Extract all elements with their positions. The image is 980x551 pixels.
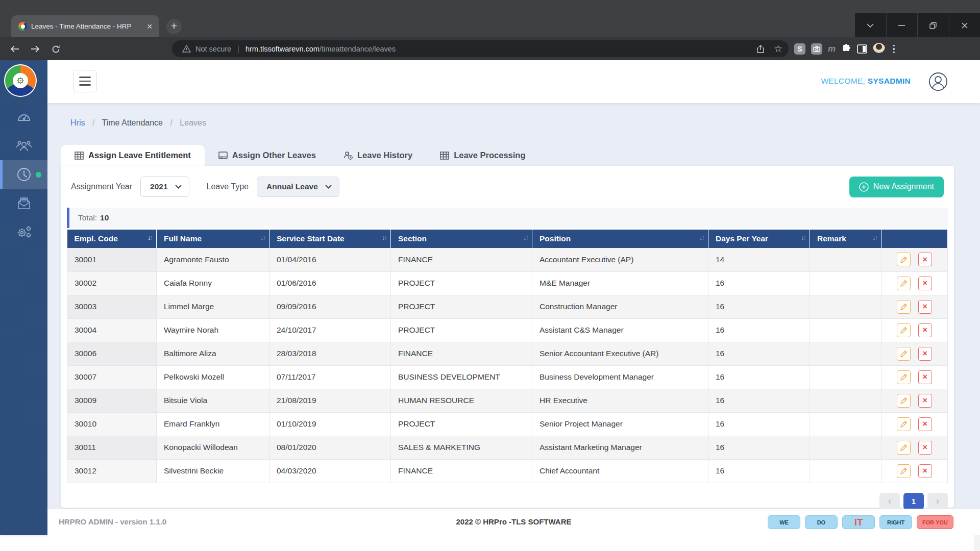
restore-icon[interactable] xyxy=(917,13,949,37)
hamburger-menu-button[interactable] xyxy=(73,70,97,92)
delete-button[interactable]: × xyxy=(918,394,932,408)
edit-button[interactable] xyxy=(897,464,911,478)
x-icon: × xyxy=(922,396,927,405)
browser-profile-avatar[interactable] xyxy=(873,43,885,55)
breadcrumb-hris[interactable]: Hris xyxy=(70,118,85,127)
table-row[interactable]: 30009 Bitsuie Viola 21/08/2019 HUMAN RES… xyxy=(67,389,948,412)
tab-assign-leave-entitlement[interactable]: Assign Leave Entitlement xyxy=(61,145,205,166)
edit-button[interactable] xyxy=(897,300,911,314)
delete-button[interactable]: × xyxy=(918,300,932,314)
table-row[interactable]: 30011 Konopacki Willodean 08/01/2020 SAL… xyxy=(67,436,948,459)
col-empl-code[interactable]: Empl. Code↓↑ xyxy=(67,230,157,248)
col-full-name[interactable]: Full Name↓↑ xyxy=(157,230,270,248)
table-row[interactable]: 30002 Caiafa Ronny 01/06/2016 PROJECT M&… xyxy=(67,271,948,295)
cell-section: PROJECT xyxy=(391,295,532,318)
sort-icon[interactable]: ↓↑ xyxy=(523,234,528,241)
col-days-per-year[interactable]: Days Per Year↓↑ xyxy=(708,230,810,248)
breadcrumb-time-attendance[interactable]: Time Attendance xyxy=(102,118,163,127)
sidebar-item-dashboard[interactable] xyxy=(0,103,47,132)
sort-icon[interactable]: ↓↑ xyxy=(801,234,805,241)
table-row[interactable]: 30001 Agramonte Fausto 01/04/2016 FINANC… xyxy=(67,248,948,271)
delete-button[interactable]: × xyxy=(918,441,932,455)
sidebar-item-employees[interactable] xyxy=(0,132,47,160)
table-row[interactable]: 30007 Pelkowski Mozell 07/11/2017 BUSINE… xyxy=(67,365,948,389)
tab-assign-other-leaves[interactable]: Assign Other Leaves xyxy=(205,145,330,166)
leave-type-select[interactable]: Annual Leave xyxy=(257,177,339,197)
delete-button[interactable]: × xyxy=(918,253,932,266)
cell-full-name: Konopacki Willodean xyxy=(157,436,270,459)
new-tab-button[interactable]: + xyxy=(166,19,182,34)
sort-icon[interactable]: ↓↑ xyxy=(382,234,386,241)
cell-service-start-date: 01/06/2016 xyxy=(270,271,391,295)
edit-button[interactable] xyxy=(897,417,911,431)
sort-icon[interactable]: ↓↑ xyxy=(148,234,152,241)
col-remark[interactable]: Remark↓↑ xyxy=(810,230,881,248)
col-position[interactable]: Position↓↑ xyxy=(532,230,708,248)
sort-icon[interactable]: ↓↑ xyxy=(260,234,265,241)
col-service-start-date[interactable]: Service Start Date↓↑ xyxy=(270,230,391,248)
col-section[interactable]: Section↓↑ xyxy=(391,230,532,248)
delete-button[interactable]: × xyxy=(918,370,932,384)
cell-days-per-year: 16 xyxy=(708,318,810,342)
cell-section: PROJECT xyxy=(391,318,532,342)
edit-button[interactable] xyxy=(897,253,911,266)
sort-icon[interactable]: ↓↑ xyxy=(699,234,704,241)
total-bar: Total:10 xyxy=(67,208,948,228)
delete-button[interactable]: × xyxy=(918,464,932,478)
tab-close-icon[interactable]: ✕ xyxy=(145,22,154,31)
table-row[interactable]: 30003 Limmel Marge 09/09/2016 PROJECT Co… xyxy=(67,295,948,318)
hrpro-logo[interactable] xyxy=(4,64,37,97)
table-row[interactable]: 30012 Silvestrini Beckie 04/03/2020 FINA… xyxy=(67,459,948,483)
extensions-puzzle-icon[interactable] xyxy=(841,44,851,54)
browser-tab[interactable]: Leaves - Time Attendance - HRP ✕ xyxy=(11,15,159,37)
cell-remark xyxy=(810,389,881,412)
table-row[interactable]: 30006 Baltimore Aliza 28/03/2018 FINANCE… xyxy=(67,342,948,365)
edit-button[interactable] xyxy=(897,441,911,455)
share-icon[interactable] xyxy=(756,44,766,53)
m-extension-icon[interactable]: m xyxy=(828,44,836,54)
tab-leave-processing[interactable]: Leave Processing xyxy=(426,145,539,166)
screenshot-extension-icon[interactable] xyxy=(811,43,822,55)
sidebar-item-settings[interactable] xyxy=(0,217,47,246)
address-bar[interactable]: Not secure | hrm.tlssoftwarevn.com/timea… xyxy=(172,40,789,57)
tab-leave-history[interactable]: Leave History xyxy=(330,145,426,166)
side-panel-icon[interactable] xyxy=(857,44,867,54)
edit-button[interactable] xyxy=(897,370,911,384)
sidebar-item-time-attendance[interactable] xyxy=(0,160,47,189)
edit-button[interactable] xyxy=(897,347,911,361)
edit-button[interactable] xyxy=(897,394,911,408)
prev-page-button[interactable]: ‹ xyxy=(879,493,900,510)
minimize-icon[interactable] xyxy=(886,13,918,37)
table-row[interactable]: 30010 Emard Franklyn 01/10/2019 PROJECT … xyxy=(67,412,948,436)
sort-icon[interactable]: ↓↑ xyxy=(872,234,877,241)
sidebar-item-letters[interactable] xyxy=(0,189,47,217)
delete-button[interactable]: × xyxy=(918,347,932,361)
delete-button[interactable]: × xyxy=(918,417,932,431)
x-icon: × xyxy=(922,467,927,475)
close-window-icon[interactable] xyxy=(949,13,980,37)
assignment-year-select[interactable]: 2021 xyxy=(140,177,189,197)
back-icon[interactable] xyxy=(7,41,22,57)
page-1-button[interactable]: 1 xyxy=(903,493,924,510)
cell-section: FINANCE xyxy=(391,248,532,271)
tab-search-chevron-icon[interactable] xyxy=(855,13,886,37)
employees-people-icon xyxy=(15,138,33,154)
new-assignment-button[interactable]: New Assignment xyxy=(849,177,944,197)
next-page-button[interactable]: › xyxy=(927,493,948,510)
leave-type-label: Leave Type xyxy=(207,182,249,191)
skype-extension-icon[interactable]: S xyxy=(794,43,805,55)
cell-days-per-year: 16 xyxy=(708,342,810,365)
cell-remark xyxy=(810,271,881,295)
forward-icon[interactable] xyxy=(28,41,43,57)
delete-button[interactable]: × xyxy=(918,277,932,290)
table-row[interactable]: 30004 Waymire Norah 24/10/2017 PROJECT A… xyxy=(67,318,948,342)
table-grid-icon xyxy=(75,152,84,160)
delete-button[interactable]: × xyxy=(918,323,932,337)
edit-button[interactable] xyxy=(897,277,911,290)
bookmark-star-icon[interactable]: ☆ xyxy=(774,43,782,55)
browser-menu-kebab-icon[interactable] xyxy=(891,45,897,54)
user-avatar-icon[interactable] xyxy=(928,72,948,93)
reload-icon[interactable] xyxy=(48,41,63,57)
cell-remark xyxy=(810,365,881,389)
edit-button[interactable] xyxy=(897,323,911,337)
